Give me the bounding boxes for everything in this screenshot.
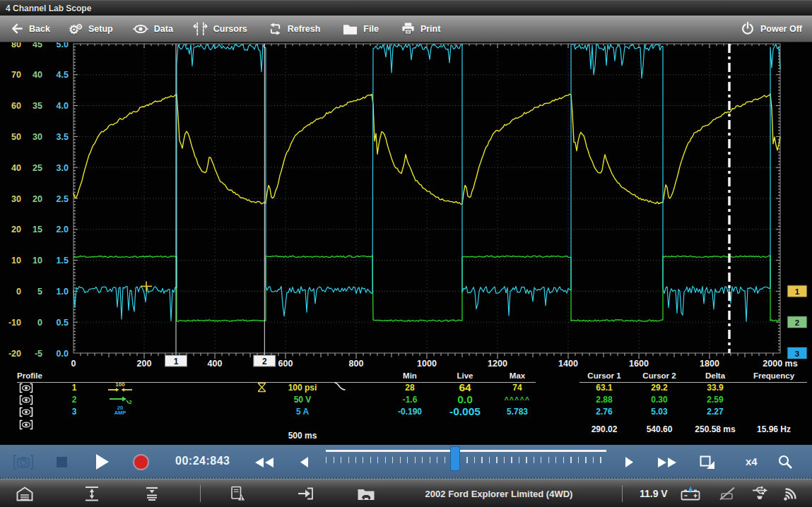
svg-text:2: 2 xyxy=(795,318,799,327)
status-bar: 2002 Ford Explorer Limited (4WD) 11.9 V xyxy=(0,479,812,507)
playback-slider-thumb[interactable] xyxy=(450,446,460,471)
cursors-button[interactable]: Cursors xyxy=(193,22,247,36)
trigger-slope-icon xyxy=(334,381,346,391)
file-button[interactable]: File xyxy=(343,23,379,35)
ch2-range-label[interactable]: 50 V xyxy=(274,395,331,405)
svg-text:50: 50 xyxy=(11,132,21,142)
scope-area[interactable]: 80706050403020100-10-2045403530252015105… xyxy=(0,42,812,370)
y-scale-labels: 80706050403020100-10-2045403530252015105… xyxy=(8,42,69,359)
svg-text:80: 80 xyxy=(11,42,21,49)
cursor2-column-header: Cursor 2 xyxy=(631,371,688,380)
ch4-visibility-button[interactable] xyxy=(18,419,34,430)
svg-text:30: 30 xyxy=(11,194,21,204)
svg-text:10: 10 xyxy=(33,256,42,266)
svg-text:2000 ms: 2000 ms xyxy=(763,359,797,369)
height-adjust-icon[interactable] xyxy=(83,486,100,501)
scope-grid xyxy=(73,44,780,353)
svg-text:3.0: 3.0 xyxy=(57,163,69,173)
camera-snapshot-icon[interactable] xyxy=(13,454,34,470)
svg-text:35: 35 xyxy=(33,101,42,111)
toolbar: Back ⚙⚙ Setup Data Cursors Refresh File … xyxy=(0,16,812,42)
report-warning-icon[interactable] xyxy=(230,486,245,501)
ch1-number: 1 xyxy=(68,383,81,393)
power-icon xyxy=(741,21,755,36)
ch2-visibility-button[interactable] xyxy=(18,395,34,405)
vehicle-folder-icon[interactable] xyxy=(357,487,375,501)
lab-scope-app: 4 Channel Lab Scope Back ⚙⚙ Setup Data C… xyxy=(0,0,812,507)
step-forward-button[interactable] xyxy=(625,456,634,468)
power-off-label: Power Off xyxy=(760,24,802,34)
scope-disconnected-icon xyxy=(718,486,736,501)
back-button[interactable]: Back xyxy=(10,22,50,35)
ch2-voltage-trace xyxy=(73,256,780,321)
live-column-header: Live xyxy=(437,371,493,380)
ch3-cursor1-value: 2.76 xyxy=(576,407,632,417)
svg-text:30: 30 xyxy=(33,132,42,142)
sweep-time-label[interactable]: 500 ms xyxy=(274,431,331,441)
playback-slider-ticks xyxy=(326,457,606,463)
zoom-magnifier-button[interactable] xyxy=(777,454,793,470)
ch3-amp-probe-icon: 20 AMP xyxy=(108,405,132,415)
ch3-delta-value: 2.27 xyxy=(687,407,743,417)
cursor-1-label: 1 xyxy=(174,357,179,366)
svg-text:800: 800 xyxy=(349,359,364,369)
ch1-max-value: 74 xyxy=(489,383,546,393)
file-folder-icon xyxy=(343,23,358,35)
playback-speed[interactable]: x4 xyxy=(746,455,758,467)
svg-text:0.0: 0.0 xyxy=(57,349,69,359)
ch2-voltage-probe-icon: 2 xyxy=(107,395,133,405)
svg-text:5: 5 xyxy=(37,287,42,297)
exit-arrow-icon[interactable] xyxy=(297,487,314,501)
scope-rulers xyxy=(73,44,780,359)
back-label: Back xyxy=(29,24,50,34)
data-label: Data xyxy=(154,24,173,34)
frequency-value: 15.96 Hz xyxy=(746,424,802,434)
ch2-cursor2-value: 0.30 xyxy=(631,395,688,405)
power-off-button[interactable]: Power Off xyxy=(741,21,802,36)
cursor1-column-header: Cursor 1 xyxy=(576,371,632,380)
fast-forward-button[interactable] xyxy=(657,457,677,468)
playback-slider-track[interactable] xyxy=(326,450,606,452)
delta-column-header: Delta xyxy=(687,371,743,380)
ch3-min-value: -0.190 xyxy=(382,407,438,417)
ch1-fuel-pressure-trace xyxy=(73,94,780,204)
ch1-delta-value: 33.9 xyxy=(687,383,743,393)
usb-icon[interactable] xyxy=(751,485,769,501)
ch1-visibility-button[interactable] xyxy=(18,383,34,393)
step-back-button[interactable] xyxy=(300,456,309,468)
svg-text:25: 25 xyxy=(33,163,42,173)
svg-text:20: 20 xyxy=(11,225,21,234)
visibility-eye-icon xyxy=(18,395,34,405)
vehicle-label[interactable]: 2002 Ford Explorer Limited (4WD) xyxy=(393,489,605,499)
setup-button[interactable]: ⚙⚙ Setup xyxy=(69,21,113,36)
level-adjust-icon[interactable] xyxy=(143,486,160,501)
home-icon[interactable] xyxy=(16,486,34,501)
svg-text:40: 40 xyxy=(11,163,21,173)
play-button[interactable] xyxy=(95,453,110,470)
svg-text:1200: 1200 xyxy=(488,359,507,369)
svg-text:1: 1 xyxy=(795,287,800,296)
refresh-button[interactable]: Refresh xyxy=(269,22,321,36)
title-bar: 4 Channel Lab Scope xyxy=(0,0,812,16)
back-icon xyxy=(10,22,23,35)
expand-view-button[interactable] xyxy=(700,455,715,470)
ch1-range-label[interactable]: 100 psi xyxy=(274,383,331,393)
record-button[interactable] xyxy=(134,455,148,469)
stop-button[interactable] xyxy=(57,457,67,467)
refresh-icon xyxy=(269,22,282,36)
svg-text:-5: -5 xyxy=(35,349,42,359)
visibility-eye-icon xyxy=(18,419,34,430)
ch3-number: 3 xyxy=(68,407,81,417)
rewind-button[interactable] xyxy=(254,457,274,468)
data-button[interactable]: Data xyxy=(133,23,173,35)
print-button[interactable]: Print xyxy=(401,22,440,35)
svg-text:3: 3 xyxy=(795,350,799,358)
status-divider xyxy=(200,485,201,502)
ch1-cursor2-value: 29.2 xyxy=(631,383,688,393)
svg-text:3.5: 3.5 xyxy=(57,132,69,142)
ch3-range-label[interactable]: 5 A xyxy=(274,407,331,417)
trigger-marker[interactable] xyxy=(141,281,152,291)
ch3-visibility-button[interactable] xyxy=(18,407,34,417)
cursors-icon xyxy=(193,22,208,36)
scope-plot: 80706050403020100-10-2045403530252015105… xyxy=(0,42,812,370)
